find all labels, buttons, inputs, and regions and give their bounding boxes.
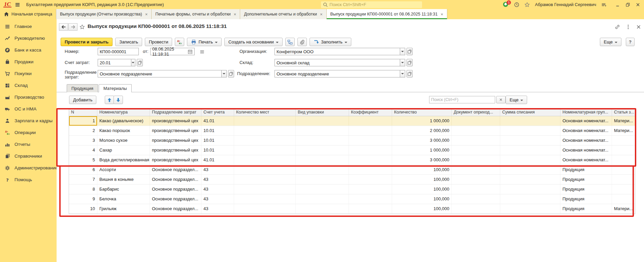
table-cell[interactable]: 100,000 <box>392 175 452 184</box>
table-cell[interactable]: Матери... <box>612 126 635 135</box>
table-cell[interactable] <box>500 165 560 174</box>
table-cell[interactable]: 9 <box>69 194 97 204</box>
table-cell[interactable] <box>349 185 392 194</box>
table-row[interactable]: 6АссортиОсновное подраздел...43100,000Пр… <box>69 165 635 175</box>
table-cell[interactable]: 43 <box>201 185 234 194</box>
table-cell[interactable]: Какао порошок <box>97 126 150 135</box>
favorite-star-icon[interactable] <box>79 24 85 30</box>
organization-open-button[interactable] <box>407 48 413 55</box>
table-cell[interactable] <box>349 175 392 184</box>
cost-dept-dropdown[interactable] <box>222 70 227 77</box>
table-cell[interactable] <box>452 165 500 174</box>
tab-1[interactable]: Начальная страница <box>0 9 56 19</box>
sidebar-item-ос-и-нма[interactable]: ОС и НМА <box>0 103 57 115</box>
table-cell[interactable]: Продукция <box>560 194 612 204</box>
grid-search-input[interactable] <box>431 97 493 102</box>
minimize-button[interactable] <box>615 2 620 7</box>
table-cell[interactable]: Основная номенклат... <box>560 116 612 126</box>
table-cell[interactable]: 3 000,000 <box>392 136 452 145</box>
table-cell[interactable] <box>234 126 296 135</box>
table-cell[interactable]: Матери... <box>612 204 635 214</box>
grid-tab-1[interactable]: Продукция <box>67 84 98 92</box>
table-row[interactable]: 9БелочкаОсновное подраздел...43100,000Пр… <box>69 194 635 204</box>
table-cell[interactable]: 10.01 <box>201 126 234 135</box>
table-cell[interactable] <box>500 204 560 214</box>
sidebar-item-руководителю[interactable]: Руководителю <box>0 32 57 44</box>
table-cell[interactable] <box>234 145 296 155</box>
history-icon[interactable] <box>514 2 519 7</box>
table-cell[interactable]: 1 000,000 <box>392 145 452 155</box>
table-row[interactable]: 10ГрильяжОсновное подраздел...43100,000П… <box>69 204 635 214</box>
clear-search-button[interactable] <box>496 96 506 103</box>
table-cell[interactable] <box>234 194 296 204</box>
table-cell[interactable]: 7 <box>69 175 97 184</box>
table-cell[interactable]: Основная номенклат... <box>560 155 612 165</box>
table-cell[interactable] <box>612 155 635 165</box>
table-cell[interactable] <box>349 116 392 126</box>
print-button[interactable]: Печать <box>187 38 222 46</box>
attachments-button[interactable] <box>297 38 307 46</box>
table-cell[interactable] <box>452 155 500 165</box>
cost-account-open-button[interactable] <box>137 59 143 66</box>
table-cell[interactable]: Грильяж <box>97 204 150 214</box>
table-cell[interactable]: 1 000,000 <box>392 116 452 126</box>
document-structure-button[interactable] <box>285 38 295 46</box>
sidebar-item-администрирование[interactable]: Администрирование <box>0 162 57 174</box>
table-row[interactable]: 1Какао (давальческое)производственный це… <box>69 116 635 126</box>
table-cell[interactable]: Продукция <box>560 204 612 214</box>
post-button[interactable]: Провести <box>145 38 172 46</box>
table-cell[interactable]: Продукция <box>560 175 612 184</box>
table-cell[interactable]: 41.01 <box>201 155 234 165</box>
table-cell[interactable]: 100,000 <box>392 165 452 174</box>
column-header[interactable]: Номенклатурная груп... <box>560 109 612 116</box>
table-cell[interactable]: Основная номенклат... <box>560 136 612 145</box>
move-row-down-button[interactable] <box>114 96 123 104</box>
table-cell[interactable]: Ассорти <box>97 165 150 174</box>
close-window-button[interactable] <box>635 2 641 7</box>
table-cell[interactable]: 1 <box>69 116 97 126</box>
more-button[interactable]: Еще <box>600 38 621 46</box>
table-cell[interactable] <box>296 116 349 126</box>
table-cell[interactable]: Продукция <box>560 185 612 194</box>
table-cell[interactable] <box>452 194 500 204</box>
table-cell[interactable] <box>500 116 560 126</box>
table-cell[interactable]: Основная номенклат... <box>560 126 612 135</box>
table-cell[interactable]: Молоко сухое <box>97 136 150 145</box>
table-cell[interactable] <box>296 185 349 194</box>
cost-dept-open-button[interactable] <box>228 70 234 77</box>
table-cell[interactable]: 3 000,000 <box>392 155 452 165</box>
organization-field[interactable]: Конфетпром ООО <box>275 48 413 55</box>
table-cell[interactable]: Основная номенклат... <box>560 145 612 155</box>
cost-dept-field[interactable]: Основное подразделение <box>98 70 234 77</box>
table-cell[interactable]: Какао (давальческое) <box>97 116 150 126</box>
calendar-icon[interactable] <box>187 49 193 54</box>
table-cell[interactable]: 100,000 <box>392 204 452 214</box>
help-button[interactable]: ? <box>626 38 635 46</box>
table-cell[interactable] <box>500 126 560 135</box>
table-cell[interactable]: Матери... <box>612 116 635 126</box>
table-cell[interactable] <box>296 204 349 214</box>
dept-field[interactable]: Основное подразделение <box>275 70 413 77</box>
create-on-base-button[interactable]: Создать на основании <box>224 38 283 46</box>
table-cell[interactable]: Продукция <box>560 165 612 174</box>
table-cell[interactable]: 8 <box>69 185 97 194</box>
table-cell[interactable] <box>612 145 635 155</box>
maximize-button[interactable] <box>625 2 631 7</box>
table-cell[interactable]: 43 <box>201 165 234 174</box>
tab-4[interactable]: Дополнительные отчеты и обработки× <box>240 9 326 19</box>
move-row-up-button[interactable] <box>105 96 114 104</box>
table-cell[interactable]: 4 <box>69 145 97 155</box>
table-cell[interactable]: производственный цех <box>150 116 201 126</box>
column-header[interactable]: Количество мест <box>234 109 296 116</box>
warehouse-dropdown[interactable] <box>400 59 406 66</box>
table-cell[interactable] <box>452 204 500 214</box>
tab-close-icon[interactable]: × <box>234 12 236 17</box>
global-search[interactable] <box>321 1 422 8</box>
sidebar-item-справочники[interactable]: Справочники <box>0 150 57 162</box>
table-cell[interactable] <box>612 185 635 194</box>
table-cell[interactable] <box>500 194 560 204</box>
table-cell[interactable] <box>296 136 349 145</box>
table-cell[interactable]: 3 <box>69 136 97 145</box>
table-cell[interactable]: производственный цех <box>150 145 201 155</box>
sidebar-item-операции[interactable]: ДтКтОперации <box>0 127 57 138</box>
